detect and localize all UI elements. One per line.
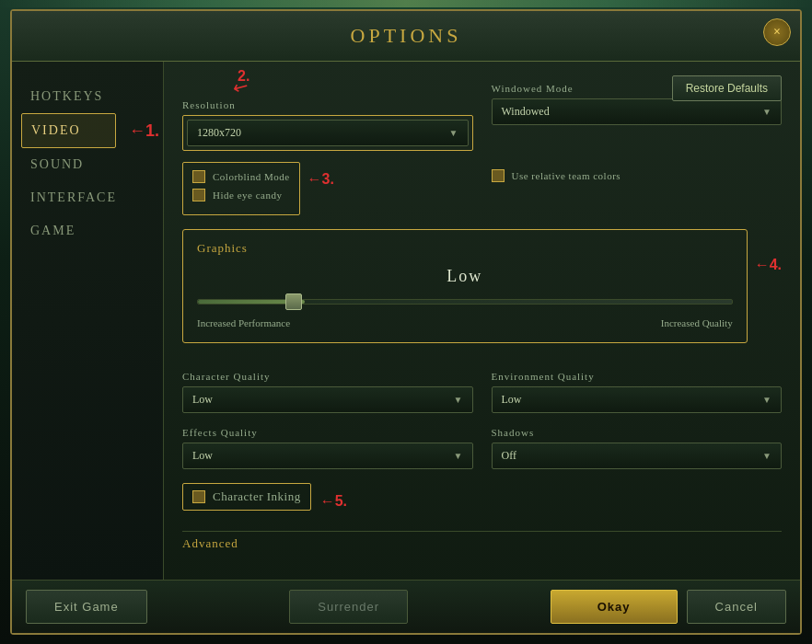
slider-label-quality: Increased Quality <box>661 317 733 328</box>
quality-row-1: Character Quality Low ▼ Environment Qual… <box>182 371 782 413</box>
slider-label-performance: Increased Performance <box>197 317 290 328</box>
main-content: Restore Defaults 2. ↙ Resolution <box>164 62 800 580</box>
shadows-select[interactable]: Off ▼ <box>492 443 783 469</box>
exit-game-button[interactable]: Exit Game <box>26 590 147 624</box>
footer-center-buttons: Surrender <box>289 590 408 624</box>
character-quality-value: Low <box>192 393 213 407</box>
env-quality-arrow-icon: ▼ <box>762 395 771 405</box>
shadows-label: Shadows <box>492 427 783 438</box>
colorblind-checkbox[interactable] <box>192 170 205 183</box>
modal-footer: Exit Game Surrender Okay Cancel <box>12 580 800 633</box>
modal-body: HOTKEYS VIDEO ←1. SOUND INTERFACE GAME R… <box>12 62 800 580</box>
relative-team-colors-checkbox[interactable] <box>492 169 505 182</box>
character-quality-select[interactable]: Low ▼ <box>182 386 473 413</box>
effects-quality-arrow-icon: ▼ <box>454 451 463 461</box>
character-inking-row: Character Inking ←5. <box>182 483 782 520</box>
effects-quality-col: Effects Quality Low ▼ <box>182 427 473 469</box>
sidebar-item-sound[interactable]: SOUND <box>12 148 163 181</box>
character-inking-box: Character Inking <box>182 483 311 511</box>
graphics-quality-label: Low <box>197 267 733 286</box>
slider-track <box>197 299 733 305</box>
quality-row-2: Effects Quality Low ▼ Shadows Off ▼ <box>182 427 782 469</box>
modal-titlebar: OPTIONS × <box>12 11 800 62</box>
annotation-1: ←1. <box>129 121 159 141</box>
resolution-value: 1280x720 <box>197 126 241 140</box>
colorblind-label: Colorblind Mode <box>213 171 290 182</box>
character-inking-checkbox[interactable] <box>192 490 205 503</box>
windowed-select[interactable]: Windowed ▼ <box>492 98 783 125</box>
shadows-value: Off <box>502 449 516 463</box>
graphics-section: Graphics Low Increased Performance Incre… <box>182 229 748 343</box>
sidebar: HOTKEYS VIDEO ←1. SOUND INTERFACE GAME <box>12 62 164 580</box>
windowed-arrow-icon: ▼ <box>762 107 771 117</box>
resolution-select[interactable]: 1280x720 ▼ <box>187 120 469 146</box>
character-quality-label: Character Quality <box>182 371 473 382</box>
cancel-button[interactable]: Cancel <box>687 590 786 624</box>
environment-quality-value: Low <box>502 393 522 407</box>
sidebar-item-interface[interactable]: INTERFACE <box>12 181 163 214</box>
slider-labels: Increased Performance Increased Quality <box>197 317 733 328</box>
okay-button[interactable]: Okay <box>551 590 678 624</box>
resolution-arrow-icon: ▼ <box>449 128 458 138</box>
shadows-arrow-icon: ▼ <box>762 451 771 461</box>
annotation-3: ←3. <box>307 171 334 188</box>
environment-quality-label: Environment Quality <box>492 371 783 382</box>
environment-quality-col: Environment Quality Low ▼ <box>492 371 783 413</box>
resolution-box: 1280x720 ▼ <box>182 115 473 151</box>
close-button[interactable]: × <box>763 18 791 46</box>
checkbox-area: Colorblind Mode Hide eye candy <box>182 162 300 215</box>
advanced-header: Advanced <box>182 531 782 551</box>
effects-quality-value: Low <box>192 449 213 463</box>
hide-eye-candy-row: Hide eye candy <box>192 189 290 201</box>
shadows-col: Shadows Off ▼ <box>492 427 783 469</box>
windowed-value: Windowed <box>502 105 550 119</box>
hide-eye-candy-checkbox[interactable] <box>192 189 205 201</box>
hide-eye-candy-label: Hide eye candy <box>213 190 282 201</box>
colorblind-row: Colorblind Mode <box>192 170 290 183</box>
game-background: OPTIONS × HOTKEYS VIDEO ←1. SOUND INTERF… <box>0 0 812 644</box>
graphics-slider[interactable] <box>285 293 302 310</box>
annotation-5: ←5. <box>320 493 347 510</box>
effects-quality-select[interactable]: Low ▼ <box>182 443 473 469</box>
sidebar-item-video[interactable]: VIDEO <box>21 113 116 148</box>
annotation-4: ←4. <box>755 257 782 273</box>
graphics-title: Graphics <box>197 241 733 256</box>
surrender-button[interactable]: Surrender <box>289 590 408 624</box>
char-quality-arrow-icon: ▼ <box>454 395 463 405</box>
sidebar-item-hotkeys[interactable]: HOTKEYS <box>12 80 163 113</box>
effects-quality-label: Effects Quality <box>182 427 473 438</box>
options-modal: OPTIONS × HOTKEYS VIDEO ←1. SOUND INTERF… <box>10 9 802 635</box>
character-quality-col: Character Quality Low ▼ <box>182 371 473 413</box>
relative-team-colors-row: Use relative team colors <box>492 169 783 182</box>
graphics-slider-container <box>197 293 733 310</box>
environment-quality-select[interactable]: Low ▼ <box>492 386 783 413</box>
character-inking-label: Character Inking <box>213 489 301 504</box>
modal-title: OPTIONS <box>351 24 462 48</box>
footer-right-buttons: Okay Cancel <box>551 590 786 624</box>
restore-defaults-button[interactable]: Restore Defaults <box>672 75 782 101</box>
sidebar-item-game[interactable]: GAME <box>12 214 163 247</box>
relative-team-colors-label: Use relative team colors <box>512 170 621 181</box>
top-decoration <box>0 0 812 7</box>
resolution-label: Resolution <box>182 99 473 110</box>
advanced-label: Advanced <box>182 536 238 550</box>
